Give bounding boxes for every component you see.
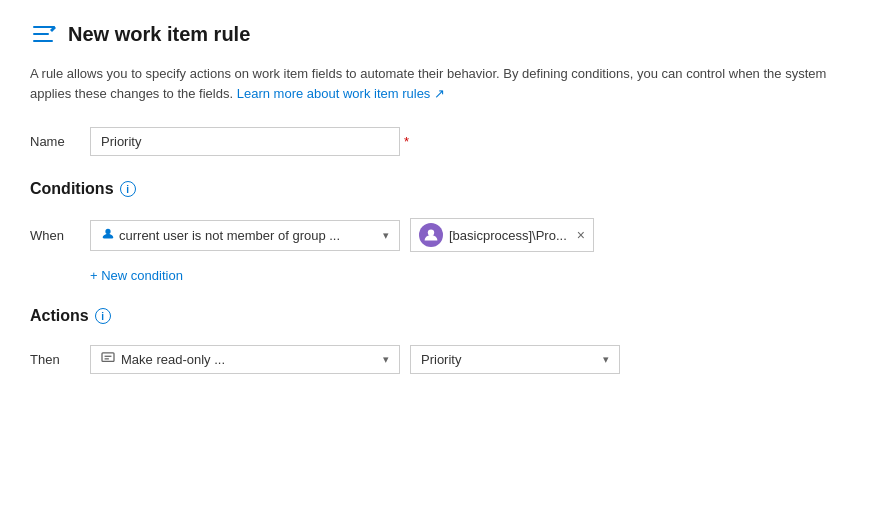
field-dropdown[interactable]: Priority ▾ — [410, 345, 620, 374]
name-label: Name — [30, 134, 90, 149]
add-condition-label: + New condition — [90, 268, 183, 283]
condition-dropdown-text: current user is not member of group ... — [119, 228, 340, 243]
page-description: A rule allows you to specify actions on … — [30, 64, 839, 103]
condition-dropdown[interactable]: current user is not member of group ... … — [90, 220, 400, 251]
then-label: Then — [30, 352, 80, 367]
action-dropdown-arrow: ▾ — [383, 353, 389, 366]
learn-more-link[interactable]: Learn more about work item rules ↗ — [237, 86, 445, 101]
actions-section: Actions i Then Make read-only ... ▾ Prio… — [30, 307, 839, 374]
readonly-icon — [101, 352, 115, 367]
condition-row: When current user is not member of group… — [30, 218, 839, 252]
name-input[interactable] — [90, 127, 400, 156]
conditions-header: Conditions i — [30, 180, 839, 198]
actions-title: Actions — [30, 307, 89, 325]
required-indicator: * — [404, 134, 409, 149]
actions-header: Actions i — [30, 307, 839, 325]
condition-dropdown-arrow: ▾ — [383, 229, 389, 242]
svg-rect-4 — [102, 353, 114, 362]
actions-info-icon[interactable]: i — [95, 308, 111, 324]
when-label: When — [30, 228, 80, 243]
rule-icon — [30, 20, 58, 48]
conditions-title: Conditions — [30, 180, 114, 198]
group-tag: [basicprocess]\Pro... × — [410, 218, 594, 252]
group-tag-close[interactable]: × — [577, 228, 585, 242]
user-group-icon — [101, 227, 115, 244]
page-header: New work item rule — [30, 20, 839, 48]
page-title: New work item rule — [68, 23, 250, 46]
field-dropdown-text: Priority — [421, 352, 461, 367]
action-dropdown[interactable]: Make read-only ... ▾ — [90, 345, 400, 374]
action-dropdown-text: Make read-only ... — [121, 352, 225, 367]
group-avatar-icon — [419, 223, 443, 247]
conditions-section: Conditions i When current user is not me… — [30, 180, 839, 283]
add-condition-button[interactable]: + New condition — [90, 268, 839, 283]
name-row: Name * — [30, 127, 839, 156]
conditions-info-icon[interactable]: i — [120, 181, 136, 197]
svg-point-3 — [428, 229, 434, 235]
group-tag-text: [basicprocess]\Pro... — [449, 228, 567, 243]
field-dropdown-arrow: ▾ — [603, 353, 609, 366]
action-row: Then Make read-only ... ▾ Priority ▾ — [30, 345, 839, 374]
